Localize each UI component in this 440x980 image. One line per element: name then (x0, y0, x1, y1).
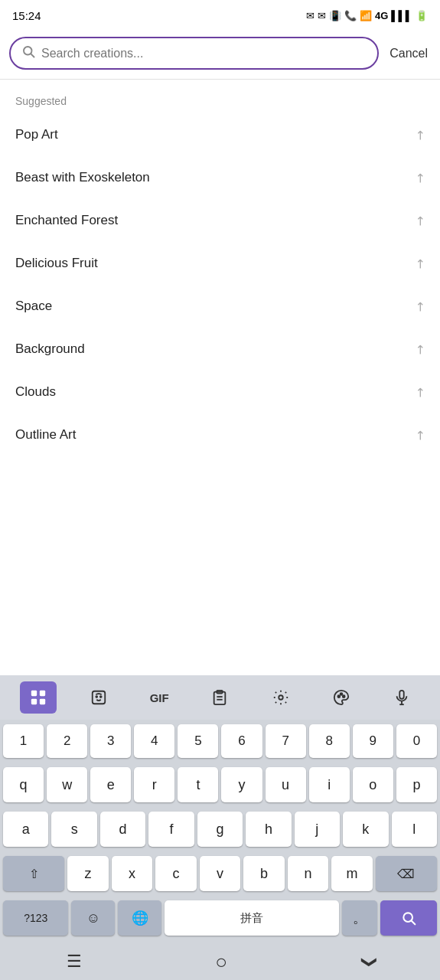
period-key[interactable]: 。 (342, 900, 377, 936)
list-item[interactable]: Pop Art ↗ (0, 113, 440, 156)
key-q[interactable]: q (3, 767, 44, 802)
svg-point-15 (341, 693, 343, 695)
key-r[interactable]: r (134, 767, 174, 802)
svg-point-14 (337, 695, 340, 697)
space-key[interactable]: 拼音 (165, 900, 339, 936)
vibrate-icon: 📳 (329, 10, 341, 21)
key-1[interactable]: 1 (3, 724, 44, 758)
status-bar: 15:24 ✉ ✉ 📳 📞 📶 4G ▌▌▌ 🔋 (0, 0, 440, 31)
key-a[interactable]: a (3, 812, 48, 847)
nav-home-button[interactable]: ○ (215, 950, 227, 974)
list-item[interactable]: Delicious Fruit ↗ (0, 242, 440, 285)
key-l[interactable]: l (392, 812, 437, 847)
list-item[interactable]: Clouds ↗ (0, 371, 440, 413)
gif-key[interactable]: GIF (141, 681, 178, 714)
fn-key[interactable]: ?123 (3, 900, 68, 936)
list-item[interactable]: Beast with Exoskeleton ↗ (0, 156, 440, 199)
key-6[interactable]: 6 (221, 724, 262, 758)
key-x[interactable]: x (112, 856, 153, 891)
search-input-wrapper[interactable] (9, 37, 379, 70)
arrow-icon: ↗ (411, 341, 429, 358)
key-u[interactable]: u (266, 767, 306, 802)
key-9[interactable]: 9 (353, 724, 393, 758)
cancel-button[interactable]: Cancel (386, 44, 431, 64)
arrow-icon: ↗ (411, 126, 429, 144)
key-k[interactable]: k (343, 812, 388, 847)
keyboard: GIF (0, 675, 440, 943)
key-d[interactable]: d (100, 812, 145, 847)
key-2[interactable]: 2 (47, 724, 87, 758)
qwerty-row: q w e r t y u i o p (0, 763, 440, 807)
key-3[interactable]: 3 (90, 724, 131, 758)
search-action-key[interactable] (380, 900, 437, 936)
phone-icon: 📞 (344, 10, 357, 21)
suggested-label: Suggested (0, 83, 440, 113)
shift-key[interactable]: ⇧ (3, 856, 64, 891)
suggestion-text: Delicious Fruit (15, 256, 98, 271)
palette-key[interactable] (323, 681, 360, 714)
status-icons: ✉ ✉ 📳 📞 📶 4G ▌▌▌ 🔋 (306, 10, 428, 21)
key-5[interactable]: 5 (178, 724, 218, 758)
key-w[interactable]: w (47, 767, 87, 802)
wifi-icon: 📶 (360, 10, 372, 21)
svg-rect-2 (31, 691, 36, 696)
key-0[interactable]: 0 (396, 724, 437, 758)
key-v[interactable]: v (200, 856, 241, 891)
emoji-key[interactable]: ☺ (71, 900, 115, 936)
key-g[interactable]: g (197, 812, 243, 847)
emoji-grid-key[interactable] (20, 681, 57, 714)
settings-key[interactable] (262, 681, 299, 714)
suggestion-text: Beast with Exoskeleton (15, 170, 150, 185)
svg-point-7 (96, 696, 97, 697)
key-8[interactable]: 8 (309, 724, 350, 758)
svg-point-16 (343, 695, 345, 697)
key-4[interactable]: 4 (134, 724, 174, 758)
network-label: 4G (375, 10, 388, 21)
key-i[interactable]: i (309, 767, 350, 802)
divider (0, 79, 440, 80)
key-o[interactable]: o (353, 767, 393, 802)
suggestion-text: Pop Art (15, 127, 58, 142)
delete-key[interactable]: ⌫ (376, 856, 437, 891)
key-z[interactable]: z (67, 856, 109, 891)
key-h[interactable]: h (246, 812, 291, 847)
svg-line-21 (412, 921, 416, 925)
number-row: 1 2 3 4 5 6 7 8 9 0 (0, 720, 440, 763)
key-j[interactable]: j (295, 812, 340, 847)
key-b[interactable]: b (243, 856, 285, 891)
suggestion-text: Space (15, 299, 52, 314)
key-c[interactable]: c (155, 856, 197, 891)
list-item[interactable]: Background ↗ (0, 328, 440, 371)
nav-menu-button[interactable]: ☰ (67, 952, 82, 972)
suggestion-list: Pop Art ↗ Beast with Exoskeleton ↗ Encha… (0, 113, 440, 675)
key-n[interactable]: n (288, 856, 329, 891)
microphone-key[interactable] (383, 681, 420, 714)
key-m[interactable]: m (331, 856, 373, 891)
email-icon-2: ✉ (318, 10, 326, 21)
key-s[interactable]: s (51, 812, 96, 847)
key-f[interactable]: f (148, 812, 194, 847)
search-icon (21, 44, 35, 62)
battery-icon: 🔋 (416, 10, 428, 21)
sticker-key[interactable] (80, 681, 117, 714)
list-item[interactable]: Enchanted Forest ↗ (0, 199, 440, 242)
key-y[interactable]: y (221, 767, 262, 802)
suggestion-text: Outline Art (15, 427, 76, 443)
nav-back-button[interactable]: ❮ (357, 956, 376, 969)
language-key[interactable]: 🌐 (118, 900, 161, 936)
arrow-icon: ↗ (411, 212, 429, 230)
search-input[interactable] (41, 47, 367, 60)
arrow-icon: ↗ (411, 384, 429, 401)
nav-bar: ☰ ○ ❮ (0, 943, 440, 980)
suggestion-text: Enchanted Forest (15, 213, 118, 228)
key-e[interactable]: e (90, 767, 131, 802)
list-item[interactable]: Outline Art ↗ (0, 413, 440, 456)
svg-line-1 (31, 54, 34, 57)
key-7[interactable]: 7 (266, 724, 306, 758)
key-p[interactable]: p (396, 767, 437, 802)
list-item[interactable]: Space ↗ (0, 285, 440, 328)
svg-rect-4 (31, 699, 36, 704)
key-t[interactable]: t (178, 767, 218, 802)
svg-rect-5 (39, 699, 44, 704)
clipboard-key[interactable] (201, 681, 238, 714)
